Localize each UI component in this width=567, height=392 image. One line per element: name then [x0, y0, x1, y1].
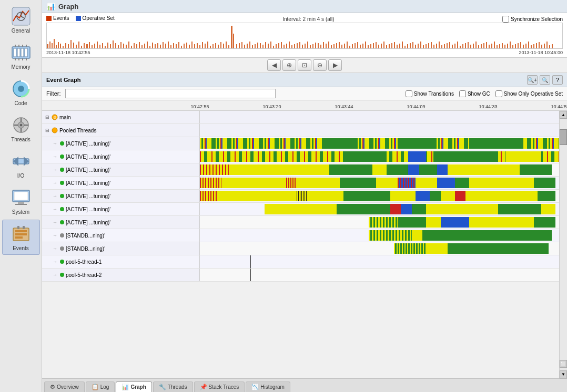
svg-rect-192 [444, 44, 445, 48]
sidebar-label-system: System [12, 209, 29, 215]
svg-rect-222 [523, 45, 524, 48]
thread-row-t11: → pool-5-thread-2 [42, 269, 559, 282]
sidebar-label-io: I/O [17, 173, 24, 179]
show-transitions-input[interactable] [406, 90, 412, 97]
svg-rect-129 [278, 43, 279, 48]
nav-back-button[interactable]: ◀ [267, 59, 281, 71]
svg-rect-201 [468, 42, 469, 48]
tab-stack-traces[interactable]: 📌 Stack Traces [194, 381, 245, 392]
svg-rect-107 [215, 43, 216, 48]
t7-name: [ACTIVE] ...tuning)' [66, 220, 110, 225]
nav-forward-button[interactable]: ▶ [328, 59, 342, 71]
sidebar-item-io[interactable]: I/O [2, 147, 40, 182]
svg-rect-199 [462, 44, 463, 48]
pooled-expand-icon[interactable]: ⊟ [44, 127, 50, 133]
show-gc-input[interactable] [459, 90, 466, 97]
show-only-operative-checkbox[interactable]: Show Only Operative Set [495, 90, 563, 97]
svg-rect-120 [255, 44, 256, 48]
tab-histogram[interactable]: 📉 Histogram [246, 381, 290, 392]
svg-rect-125 [268, 44, 269, 48]
help-button[interactable]: ? [552, 75, 563, 85]
sidebar-item-events[interactable]: Events [2, 220, 40, 255]
svg-rect-194 [449, 42, 450, 48]
svg-rect-130 [281, 42, 282, 48]
svg-rect-87 [233, 34, 234, 48]
svg-rect-41 [49, 42, 50, 48]
sidebar-label-events: Events [13, 245, 29, 251]
scroll-handle-bottom[interactable]: ⬜ [560, 360, 567, 368]
show-gc-checkbox[interactable]: Show GC [459, 90, 490, 97]
sidebar-label-threads: Threads [11, 137, 31, 142]
show-transitions-checkbox[interactable]: Show Transitions [406, 90, 454, 97]
svg-rect-230 [544, 44, 545, 48]
svg-rect-140 [307, 42, 308, 48]
tab-threads-label: Threads [168, 384, 187, 390]
svg-rect-38 [23, 226, 25, 229]
sidebar-item-code[interactable]: Code [2, 75, 40, 110]
svg-rect-63 [105, 46, 106, 48]
t1-bars [200, 137, 559, 150]
graph-tab-icon: 📊 [122, 384, 129, 390]
t8-bars [200, 229, 559, 242]
nav-zoom-out-button[interactable]: ⊖ [313, 59, 327, 71]
svg-point-18 [18, 86, 24, 92]
svg-rect-183 [420, 42, 421, 48]
svg-rect-227 [536, 43, 537, 48]
sidebar-item-threads[interactable]: Threads [2, 111, 40, 146]
svg-rect-220 [518, 43, 519, 48]
svg-rect-212 [497, 45, 498, 48]
operative-label: Operative Set [83, 15, 115, 21]
svg-rect-9 [15, 45, 16, 47]
svg-rect-115 [241, 42, 242, 48]
event-graph-section: Event Graph 🔍+ 🔍 ? Filter: Show Transiti… [42, 73, 567, 378]
svg-rect-170 [386, 45, 387, 48]
tab-graph[interactable]: 📊 Graph [116, 381, 151, 392]
filter-input[interactable] [65, 89, 276, 98]
thread-row-t3: → [ACTIVE] ...tuning)' [42, 163, 559, 177]
nav-zoom-fit-button[interactable]: ⊡ [298, 59, 311, 71]
search-zoom-in-button[interactable]: 🔍+ [527, 75, 538, 85]
scroll-thumb[interactable] [560, 129, 567, 145]
svg-rect-156 [349, 46, 350, 48]
svg-rect-56 [86, 44, 88, 48]
svg-rect-173 [394, 42, 395, 48]
tab-log[interactable]: 📋 Log [86, 381, 115, 392]
svg-rect-144 [318, 43, 319, 48]
tab-threads[interactable]: 🔧 Threads [153, 381, 193, 392]
sync-checkbox-input[interactable] [502, 16, 509, 23]
sync-checkbox[interactable]: Synchronize Selection [502, 16, 563, 23]
thread-row-t6: → [ACTIVE] ...tuning)' [42, 203, 559, 216]
svg-rect-138 [302, 45, 303, 48]
main-expand-icon[interactable]: ⊟ [44, 114, 50, 120]
scroll-down-button[interactable]: ▼ [560, 370, 567, 378]
sidebar-item-memory[interactable]: Memory [2, 38, 40, 74]
tab-overview[interactable]: ⚙ Overview [44, 381, 85, 392]
svg-rect-6 [17, 48, 20, 57]
scroll-up-button[interactable]: ▲ [560, 111, 567, 119]
header-tools: 🔍+ 🔍 ? [527, 75, 563, 85]
svg-rect-126 [270, 42, 271, 48]
svg-rect-52 [76, 45, 77, 48]
svg-rect-171 [389, 44, 390, 48]
show-only-operative-input[interactable] [495, 90, 502, 97]
t2-name: [ACTIVE] ...tuning)' [66, 154, 110, 160]
svg-rect-8 [25, 48, 27, 57]
svg-rect-198 [460, 46, 461, 48]
t11-label: → pool-5-thread-2 [42, 269, 200, 281]
sidebar-item-general[interactable]: General [2, 2, 40, 37]
search-zoom-button[interactable]: 🔍 [540, 75, 550, 85]
svg-rect-215 [504, 45, 505, 48]
sidebar-item-system[interactable]: System [2, 183, 40, 219]
show-transitions-label: Show Transitions [414, 91, 454, 97]
svg-rect-200 [465, 43, 466, 48]
tab-log-label: Log [100, 384, 109, 390]
nav-zoom-in-button[interactable]: ⊕ [282, 59, 296, 71]
events-color-box [46, 16, 52, 21]
svg-rect-221 [520, 42, 521, 48]
svg-rect-134 [291, 45, 292, 48]
svg-rect-229 [541, 45, 542, 48]
svg-rect-203 [473, 44, 474, 48]
pooled-bars [200, 124, 559, 137]
t9-name: [STANDB...ning)' [66, 246, 105, 252]
t6-bars [200, 203, 559, 215]
